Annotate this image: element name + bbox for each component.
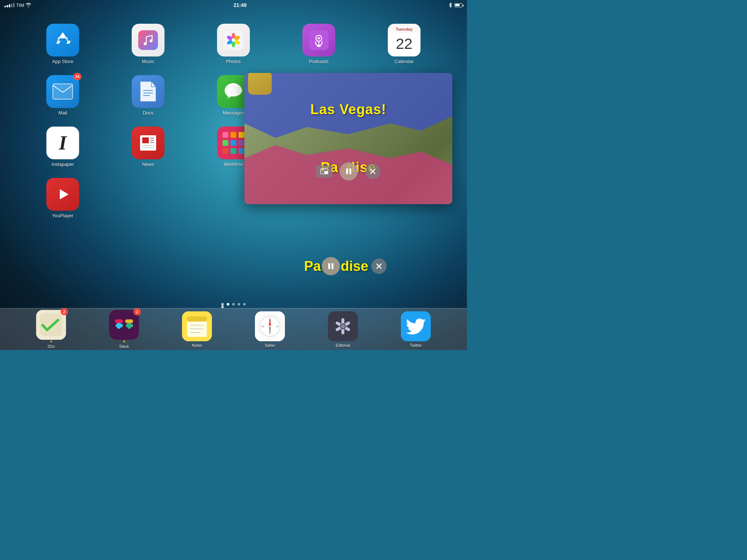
notes-icon-svg bbox=[182, 311, 212, 341]
page-dot-3[interactable] bbox=[238, 303, 240, 306]
svg-rect-52 bbox=[222, 132, 228, 138]
app-icon-news[interactable]: News bbox=[126, 127, 170, 167]
dock-icon-twitter[interactable]: Twitter bbox=[401, 311, 431, 347]
svg-rect-59 bbox=[231, 148, 236, 154]
app-label-news: News bbox=[142, 162, 154, 167]
calendar-icon: Tuesday 22 bbox=[388, 24, 420, 57]
app-label-instapaper: Instapaper bbox=[51, 162, 74, 167]
page-dot-4[interactable] bbox=[243, 303, 246, 306]
app-icon-appstore[interactable]: App Store bbox=[41, 24, 85, 64]
svg-point-10 bbox=[232, 38, 235, 42]
inline-pause-btn[interactable] bbox=[322, 257, 340, 275]
svg-rect-55 bbox=[222, 140, 228, 146]
app-label-music: Music bbox=[142, 59, 154, 64]
app-label-photos: Photos bbox=[226, 59, 241, 64]
app-icon-podcasts[interactable]: Podcasts bbox=[297, 24, 341, 64]
app-icon-mail[interactable]: 34 Mail bbox=[41, 75, 85, 116]
page-dot-1[interactable] bbox=[227, 303, 229, 306]
svg-text:Tuesday: Tuesday bbox=[396, 27, 413, 31]
app-icon-docs[interactable]: Docs bbox=[126, 75, 170, 116]
dock-label-editorial: Editorial bbox=[336, 343, 350, 347]
dock-label-notes: Notes bbox=[192, 343, 202, 347]
dock-icon-2do[interactable]: 2 2Do bbox=[36, 310, 66, 349]
svg-rect-57 bbox=[239, 140, 244, 146]
photos-icon bbox=[224, 30, 243, 50]
svg-rect-76 bbox=[115, 319, 123, 323]
app-icon-music[interactable]: Music bbox=[126, 24, 170, 64]
messages-icon bbox=[223, 81, 244, 102]
svg-text:E: E bbox=[276, 325, 278, 328]
svg-text:22: 22 bbox=[396, 35, 413, 52]
app-label-docs: Docs bbox=[143, 110, 154, 116]
svg-text:W: W bbox=[262, 325, 264, 328]
app-label-mail: Mail bbox=[58, 110, 67, 116]
svg-rect-54 bbox=[239, 132, 244, 138]
svg-rect-20 bbox=[53, 84, 73, 99]
svg-point-13 bbox=[318, 37, 320, 39]
close-button[interactable] bbox=[365, 164, 380, 179]
slack-badge: 2 bbox=[133, 308, 141, 315]
time-label: 21:49 bbox=[233, 2, 247, 8]
status-right bbox=[449, 3, 462, 8]
dock-icon-editorial[interactable]: Editorial bbox=[328, 311, 358, 347]
svg-marker-61 bbox=[60, 189, 69, 199]
youplayer-icon bbox=[53, 184, 73, 205]
app-label-youplayer: YouPlayer bbox=[52, 213, 74, 218]
svg-rect-0 bbox=[138, 30, 158, 50]
news-icon-svg bbox=[137, 132, 159, 153]
dock-icon-safari[interactable]: N S W E Safari bbox=[255, 311, 285, 347]
svg-rect-73 bbox=[116, 324, 123, 327]
pip-button[interactable] bbox=[316, 165, 332, 178]
pause-button[interactable] bbox=[340, 162, 358, 180]
app-label-workflow: Workflow bbox=[224, 162, 243, 167]
svg-point-68 bbox=[221, 306, 224, 308]
svg-rect-77 bbox=[125, 319, 133, 323]
mail-icon bbox=[53, 83, 73, 100]
svg-text:S: S bbox=[269, 331, 271, 334]
dock-label-2do: 2Do bbox=[47, 344, 55, 349]
status-bar: TIM 21:49 bbox=[0, 0, 467, 10]
svg-rect-79 bbox=[187, 319, 207, 337]
twitter-icon-svg bbox=[401, 311, 431, 341]
paradise-text-area: Pa dise bbox=[304, 257, 387, 275]
dock: 2 2Do 2 Slack bbox=[0, 308, 467, 350]
svg-rect-75 bbox=[126, 324, 133, 327]
dock-icon-slack[interactable]: 2 Slack bbox=[109, 310, 139, 349]
app-label-appstore: App Store bbox=[52, 59, 73, 64]
app-icon-instapaper[interactable]: I Instapaper bbox=[41, 127, 85, 167]
app-label-calendar: Calendar bbox=[395, 59, 414, 64]
page-dots bbox=[221, 303, 246, 306]
podcasts-icon bbox=[309, 30, 329, 50]
wifi-icon bbox=[26, 3, 31, 7]
app-icon-calendar[interactable]: Tuesday 22 Calendar bbox=[382, 24, 426, 64]
battery-icon bbox=[454, 3, 462, 7]
page-dot-search bbox=[221, 303, 224, 306]
svg-rect-65 bbox=[349, 168, 351, 174]
page-dot-2[interactable] bbox=[232, 303, 235, 306]
svg-rect-45 bbox=[142, 137, 149, 143]
dock-label-safari: Safari bbox=[265, 343, 275, 347]
svg-rect-63 bbox=[324, 171, 328, 174]
dock-label-twitter: Twitter bbox=[410, 343, 422, 347]
hidden-app-icons bbox=[244, 73, 272, 95]
2do-badge: 2 bbox=[61, 308, 68, 315]
paradise-text-left: Pa bbox=[304, 258, 321, 274]
app-icon-photos[interactable]: Photos bbox=[212, 24, 255, 64]
dock-label-slack: Slack bbox=[119, 344, 129, 349]
safari-icon-svg: N S W E bbox=[255, 311, 285, 341]
paradise-text-right: dise bbox=[341, 258, 368, 274]
svg-point-2 bbox=[150, 39, 152, 42]
svg-rect-58 bbox=[222, 148, 228, 154]
app-label-podcasts: Podcasts bbox=[309, 59, 328, 64]
dock-icon-notes[interactable]: Notes bbox=[182, 311, 212, 347]
svg-point-1 bbox=[144, 42, 147, 45]
svg-rect-60 bbox=[239, 148, 244, 154]
svg-rect-106 bbox=[332, 263, 333, 269]
svg-rect-64 bbox=[346, 168, 348, 174]
video-popup: Las Vegas! Palldise bbox=[244, 73, 452, 204]
svg-rect-105 bbox=[328, 263, 330, 269]
app-icon-youplayer[interactable]: YouPlayer bbox=[41, 178, 85, 218]
hidden-icon-2 bbox=[248, 73, 272, 95]
inline-close-btn[interactable] bbox=[371, 258, 387, 274]
svg-rect-80 bbox=[187, 316, 207, 322]
